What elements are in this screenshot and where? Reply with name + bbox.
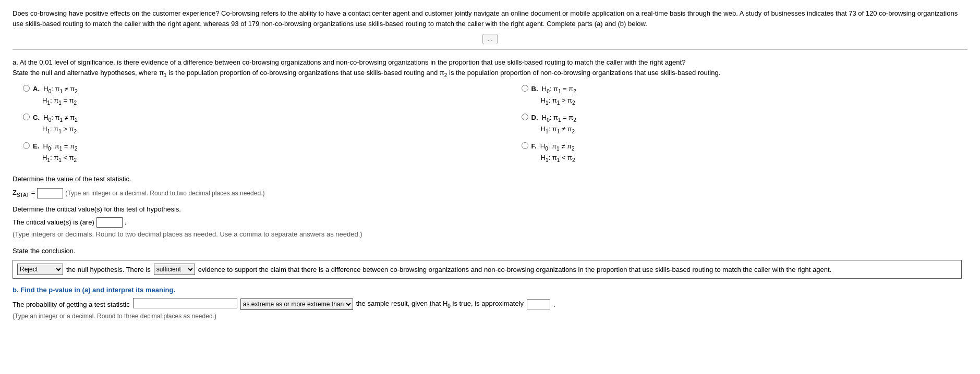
option-a-h1: H1: π1 = π2 — [33, 95, 78, 107]
prob-text-2: the sample result, given that H0 is true… — [356, 300, 524, 309]
option-b-h1: H1: π1 > π2 — [531, 95, 576, 107]
conclusion-dropdown-2[interactable]: sufficient insufficient — [154, 264, 195, 275]
determine-critical-section: Determine the critical value(s) for this… — [13, 204, 967, 240]
section-b-title: b. Find the p-value in (a) and interpret… — [13, 286, 967, 294]
section-b: b. Find the p-value in (a) and interpret… — [13, 286, 967, 320]
option-a-radio[interactable] — [23, 85, 30, 92]
determine-test-section: Determine the value of the test statisti… — [13, 173, 967, 198]
prob-value-input[interactable] — [527, 299, 550, 309]
conclusion-row: Reject Fail to reject the null hypothesi… — [13, 260, 962, 279]
option-b-radio[interactable] — [522, 85, 528, 92]
prob-hint: (Type an integer or a decimal. Round to … — [13, 313, 967, 320]
prob-period: . — [553, 301, 555, 308]
prob-row: The probability of getting a test statis… — [13, 298, 967, 310]
option-row-b: B. H0: π1 = π2 H1: π1 > π2 — [490, 84, 968, 106]
option-row-a: A. H0: π1 ≠ π2 H1: π1 = π2 — [13, 84, 490, 106]
zstat-row: ZSTAT = (Type an integer or a decimal. R… — [13, 188, 967, 198]
option-d-h1: H1: π1 ≠ π2 — [531, 124, 576, 135]
option-c-h1: H1: π1 > π2 — [33, 124, 78, 135]
option-b-letter: B. H0: π1 = π2 — [531, 84, 576, 95]
conclusion-text-1: the null hypothesis. There is — [66, 266, 151, 273]
zstat-label: ZSTAT = — [13, 189, 35, 198]
critical-value-label: The critical value(s) is (are) — [13, 218, 94, 226]
option-c-radio[interactable] — [23, 114, 30, 120]
determine-critical-label: Determine the critical value(s) for this… — [13, 204, 967, 215]
option-e-radio[interactable] — [23, 142, 30, 149]
prob-text-1: The probability of getting a test statis… — [13, 301, 130, 308]
critical-period: . — [125, 218, 127, 226]
option-f-letter: F. H0: π1 ≠ π2 — [531, 141, 575, 153]
determine-test-label: Determine the value of the test statisti… — [13, 173, 967, 185]
options-grid: A. H0: π1 ≠ π2 H1: π1 = π2 B. H0: π1 = π… — [13, 84, 967, 168]
state-conclusion-label: State the conclusion. — [13, 245, 967, 257]
option-row-c: C. H0: π1 ≠ π2 H1: π1 > π2 — [13, 113, 490, 135]
intro-paragraph: Does co-browsing have positive effects o… — [13, 8, 967, 29]
option-f-radio[interactable] — [522, 142, 528, 149]
divider — [13, 49, 967, 50]
option-f-h1: H1: π1 < π2 — [531, 153, 575, 164]
expand-button[interactable]: ... — [482, 34, 497, 44]
question-a-text: a. At the 0.01 level of significance, is… — [13, 57, 967, 79]
option-e-letter: E. H0: π1 = π2 — [33, 141, 78, 153]
prob-dropdown[interactable]: as extreme as or more extreme than less … — [240, 298, 353, 310]
state-conclusion-section: State the conclusion. Reject Fail to rej… — [13, 245, 967, 279]
option-c-letter: C. H0: π1 ≠ π2 — [33, 113, 78, 124]
option-d-radio[interactable] — [522, 114, 528, 120]
conclusion-dropdown-1[interactable]: Reject Fail to reject — [17, 264, 63, 275]
option-d-letter: D. H0: π1 = π2 — [531, 113, 576, 124]
section-a: a. At the 0.01 level of significance, is… — [13, 57, 967, 279]
option-row-d: D. H0: π1 = π2 H1: π1 ≠ π2 — [490, 113, 968, 135]
conclusion-text-2: evidence to support the claim that there… — [198, 266, 832, 273]
critical-row: The critical value(s) is (are) . — [13, 217, 967, 228]
zstat-input[interactable] — [37, 188, 63, 198]
zstat-hint: (Type an integer or a decimal. Round to … — [65, 190, 264, 197]
option-row-f: F. H0: π1 ≠ π2 H1: π1 < π2 — [490, 141, 968, 164]
option-e-h1: H1: π1 < π2 — [33, 153, 78, 164]
option-a-letter: A. H0: π1 ≠ π2 — [33, 84, 78, 95]
option-row-e: E. H0: π1 = π2 H1: π1 < π2 — [13, 141, 490, 164]
critical-hint: (Type integers or decimals. Round to two… — [13, 229, 967, 240]
prob-test-stat-input[interactable] — [133, 298, 237, 308]
critical-value-input[interactable] — [96, 217, 123, 228]
